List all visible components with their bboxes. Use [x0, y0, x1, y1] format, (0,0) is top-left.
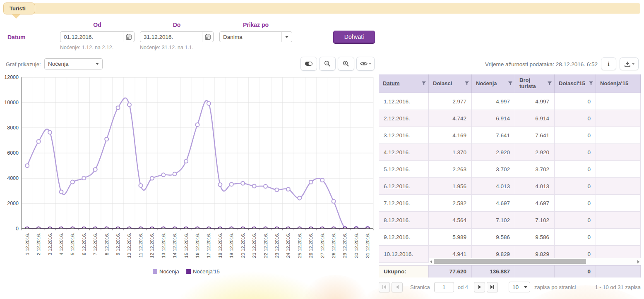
column-header-2[interactable]: Noćenja [472, 74, 515, 93]
cell-value: 7.641 [472, 127, 515, 144]
cell-value: 7.102 [515, 212, 555, 228]
svg-text:5.12.2016.: 5.12.2016. [70, 233, 75, 255]
series-visibility-button[interactable] [356, 57, 375, 71]
svg-text:27.12.2016.: 27.12.2016. [320, 233, 325, 258]
svg-text:12.12.2016.: 12.12.2016. [149, 233, 154, 258]
svg-text:15.12.2016.: 15.12.2016. [184, 233, 189, 258]
svg-text:21.12.2016.: 21.12.2016. [252, 233, 257, 258]
date-to-input[interactable] [140, 34, 202, 40]
column-header-label: Noćenja [476, 81, 508, 87]
date-from-hint: Noćenje: 1.12. na 2.12. [60, 45, 113, 50]
date-to-hint: Noćenje: 31.12. na 1.1. [140, 45, 193, 50]
prikaz-po-select-value: Danima [220, 34, 281, 40]
cell-value: 1.370 [429, 144, 472, 160]
data-updated-text: Vrijeme ažurnosti podataka: 28.12.2016. … [485, 61, 598, 67]
horizontal-scrollbar[interactable] [429, 258, 641, 265]
prikaz-po-select[interactable]: Danima [219, 31, 292, 42]
table-row: 4.12.2016.1.3702.9202.9200 [379, 144, 641, 161]
scroll-left-icon[interactable] [430, 260, 432, 263]
zoom-in-button[interactable] [338, 57, 354, 71]
records-range-label: 1 - 10 od 31 zapisa [595, 284, 641, 290]
page-size-value: 10 [509, 284, 521, 290]
cell-value [596, 144, 641, 160]
filter-icon[interactable] [465, 81, 469, 86]
cell-value: 3.702 [472, 161, 515, 177]
cell-value [596, 229, 641, 245]
dohvati-button[interactable]: Dohvati [333, 31, 375, 44]
export-download-button[interactable] [620, 57, 639, 70]
totals-label: Ukupno: [379, 266, 429, 277]
cell-value: 2.920 [472, 144, 515, 160]
filter-icon[interactable] [422, 81, 426, 86]
cell-date: 3.12.2016. [379, 127, 429, 144]
column-header-0[interactable]: Datum [379, 74, 429, 93]
cell-value: 0 [555, 229, 596, 245]
chart-toggle-button[interactable] [300, 57, 317, 71]
scroll-right-icon[interactable] [637, 260, 639, 263]
svg-text:0: 0 [16, 226, 19, 232]
page-size-select[interactable]: 10 [509, 282, 530, 292]
table-row: 8.12.2016.4.5647.1027.1020 [379, 212, 641, 229]
cell-value [596, 195, 641, 211]
page-number-input[interactable] [434, 282, 454, 292]
prev-page-icon [396, 285, 399, 289]
totals-value: 0 [555, 266, 596, 277]
cell-value: 4.742 [429, 110, 472, 127]
chevron-down-icon [96, 63, 99, 65]
select-arrow-segment [281, 32, 292, 42]
svg-text:23.12.2016.: 23.12.2016. [274, 233, 279, 258]
page-label: Stranica [410, 284, 430, 290]
first-page-button[interactable] [379, 282, 390, 292]
svg-text:31.12.2016.: 31.12.2016. [365, 233, 370, 258]
graf-prikazuje-select[interactable]: Noćenja [44, 58, 103, 69]
next-page-icon [478, 285, 481, 289]
table-body: 1.12.2016.2.9774.9974.99702.12.2016.4.74… [379, 93, 641, 263]
filter-icon[interactable] [589, 81, 593, 86]
column-header-1[interactable]: Dolasci [429, 74, 472, 93]
filter-icon[interactable] [508, 81, 512, 86]
cell-date: 10.12.2016. [379, 246, 429, 262]
cell-value: 0 [555, 127, 596, 144]
page-size-label: zapisa po stranici [534, 284, 576, 290]
column-header-4[interactable]: Dolasci'15 [555, 74, 596, 93]
column-header-3[interactable]: Broj turista [515, 74, 555, 93]
prev-page-button[interactable] [392, 282, 403, 292]
column-header-5[interactable]: Noćenja'15 [596, 74, 641, 93]
svg-text:12000: 12000 [4, 74, 19, 80]
cell-date: 1.12.2016. [379, 93, 429, 110]
date-from-calendar-button[interactable] [123, 32, 134, 42]
svg-text:9.12.2016.: 9.12.2016. [115, 233, 120, 255]
table-row: 3.12.2016.4.1697.6417.6410 [379, 127, 641, 144]
cell-value: 9.586 [472, 229, 515, 245]
totals-value: 136.887 [472, 266, 515, 277]
totals-value [596, 266, 641, 277]
cell-value: 0 [555, 161, 596, 177]
date-from-field [60, 31, 135, 42]
svg-text:1.12.2016.: 1.12.2016. [25, 233, 30, 255]
totals-row: Ukupno:77.620136.8870 [379, 265, 641, 277]
svg-text:26.12.2016.: 26.12.2016. [308, 233, 313, 258]
chevron-down-icon [369, 63, 371, 65]
filter-icon[interactable] [548, 81, 552, 86]
cell-value: 1.956 [429, 178, 472, 194]
cell-value [596, 110, 641, 127]
cell-value: 3.702 [515, 161, 555, 177]
tab-turisti[interactable]: Turisti [3, 2, 35, 14]
date-from-input[interactable] [60, 34, 123, 40]
table-row: 7.12.2016.2.5824.6974.6970 [379, 195, 641, 212]
download-icon [624, 61, 631, 67]
next-page-button[interactable] [474, 282, 485, 292]
zoom-out-button[interactable] [319, 57, 336, 71]
svg-text:10.12.2016.: 10.12.2016. [127, 233, 132, 258]
cell-date: 6.12.2016. [379, 178, 429, 194]
cell-value: 0 [555, 144, 596, 160]
cell-value [596, 93, 641, 110]
date-to-calendar-button[interactable] [202, 32, 213, 42]
info-button[interactable]: i [601, 57, 616, 70]
chevron-down-icon [632, 63, 634, 65]
last-page-button[interactable] [487, 282, 498, 292]
nocenja-line-chart: 0200040006000800010000120001.12.2016.2.1… [2, 74, 376, 281]
table-row: 5.12.2016.2.2633.7023.7020 [379, 161, 641, 178]
scrollbar-thumb[interactable] [434, 259, 586, 264]
pagination-bar: Stranica od 4 10 zapisa po stranici 1 - … [379, 281, 641, 293]
